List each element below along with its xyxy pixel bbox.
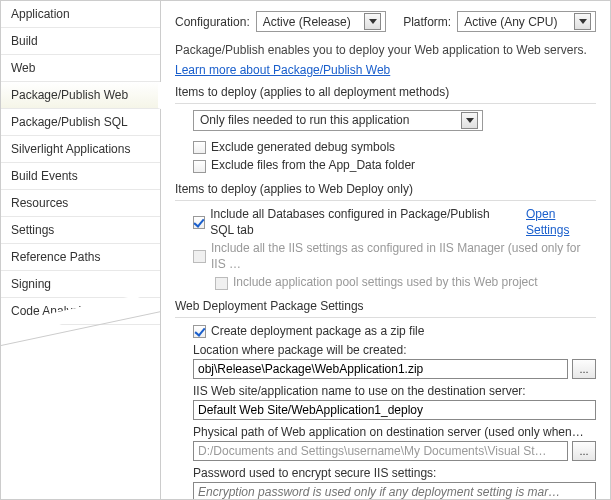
sidebar-item-application[interactable]: Application bbox=[1, 1, 160, 28]
create-zip-checkbox[interactable] bbox=[193, 325, 206, 338]
section-items-all-title: Items to deploy (applies to all deployme… bbox=[175, 85, 596, 99]
include-apppool-checkbox bbox=[215, 277, 228, 290]
include-databases-checkbox[interactable] bbox=[193, 216, 205, 229]
configuration-value: Active (Release) bbox=[263, 15, 351, 29]
platform-label: Platform: bbox=[403, 15, 451, 29]
open-settings-link[interactable]: Open Settings bbox=[526, 207, 596, 238]
sidebar-item-build[interactable]: Build bbox=[1, 28, 160, 55]
sidebar-item-reference-paths[interactable]: Reference Paths bbox=[1, 244, 160, 271]
location-input[interactable] bbox=[193, 359, 568, 379]
physical-path-input bbox=[193, 441, 568, 461]
iis-name-label: IIS Web site/application name to use on … bbox=[193, 384, 596, 398]
divider bbox=[175, 317, 596, 318]
section-items-webdeploy-title: Items to deploy (applies to Web Deploy o… bbox=[175, 182, 596, 196]
sidebar-item-silverlight[interactable]: Silverlight Applications bbox=[1, 136, 160, 163]
password-input[interactable] bbox=[193, 482, 596, 499]
create-zip-label: Create deployment package as a zip file bbox=[211, 324, 424, 340]
browse-physical-button[interactable]: ... bbox=[572, 441, 596, 461]
platform-value: Active (Any CPU) bbox=[464, 15, 557, 29]
sidebar-item-package-publish-sql[interactable]: Package/Publish SQL bbox=[1, 109, 160, 136]
sidebar: Application Build Web Package/Publish We… bbox=[1, 1, 161, 499]
browse-location-button[interactable]: ... bbox=[572, 359, 596, 379]
sidebar-item-resources[interactable]: Resources bbox=[1, 190, 160, 217]
items-to-deploy-select[interactable]: Only files needed to run this applicatio… bbox=[193, 110, 483, 131]
sidebar-item-package-publish-web[interactable]: Package/Publish Web bbox=[1, 82, 161, 109]
sidebar-item-signing[interactable]: Signing bbox=[1, 271, 160, 298]
dropdown-arrow-icon bbox=[364, 13, 381, 30]
password-label: Password used to encrypt secure IIS sett… bbox=[193, 466, 596, 480]
include-iis-checkbox bbox=[193, 250, 206, 263]
sidebar-item-build-events[interactable]: Build Events bbox=[1, 163, 160, 190]
platform-select[interactable]: Active (Any CPU) bbox=[457, 11, 596, 32]
dropdown-arrow-icon bbox=[574, 13, 591, 30]
configuration-label: Configuration: bbox=[175, 15, 250, 29]
sidebar-item-web[interactable]: Web bbox=[1, 55, 160, 82]
exclude-appdata-checkbox[interactable] bbox=[193, 160, 206, 173]
sidebar-item-settings[interactable]: Settings bbox=[1, 217, 160, 244]
learn-more-link[interactable]: Learn more about Package/Publish Web bbox=[175, 63, 390, 77]
iis-name-input[interactable] bbox=[193, 400, 596, 420]
exclude-debug-checkbox[interactable] bbox=[193, 141, 206, 154]
divider bbox=[175, 103, 596, 104]
divider bbox=[175, 200, 596, 201]
section-package-settings-title: Web Deployment Package Settings bbox=[175, 299, 596, 313]
description-text: Package/Publish enables you to deploy yo… bbox=[175, 42, 596, 59]
main-panel: Configuration: Active (Release) Platform… bbox=[161, 1, 610, 499]
exclude-debug-label: Exclude generated debug symbols bbox=[211, 140, 395, 156]
include-databases-label: Include all Databases configured in Pack… bbox=[210, 207, 510, 238]
include-iis-label: Include all the IIS settings as configur… bbox=[211, 241, 596, 272]
physical-path-label: Physical path of Web application on dest… bbox=[193, 425, 596, 439]
configuration-select[interactable]: Active (Release) bbox=[256, 11, 386, 32]
exclude-appdata-label: Exclude files from the App_Data folder bbox=[211, 158, 415, 174]
location-label: Location where package will be created: bbox=[193, 343, 596, 357]
items-to-deploy-value: Only files needed to run this applicatio… bbox=[200, 113, 409, 127]
dropdown-arrow-icon bbox=[461, 112, 478, 129]
include-apppool-label: Include application pool settings used b… bbox=[233, 275, 538, 291]
